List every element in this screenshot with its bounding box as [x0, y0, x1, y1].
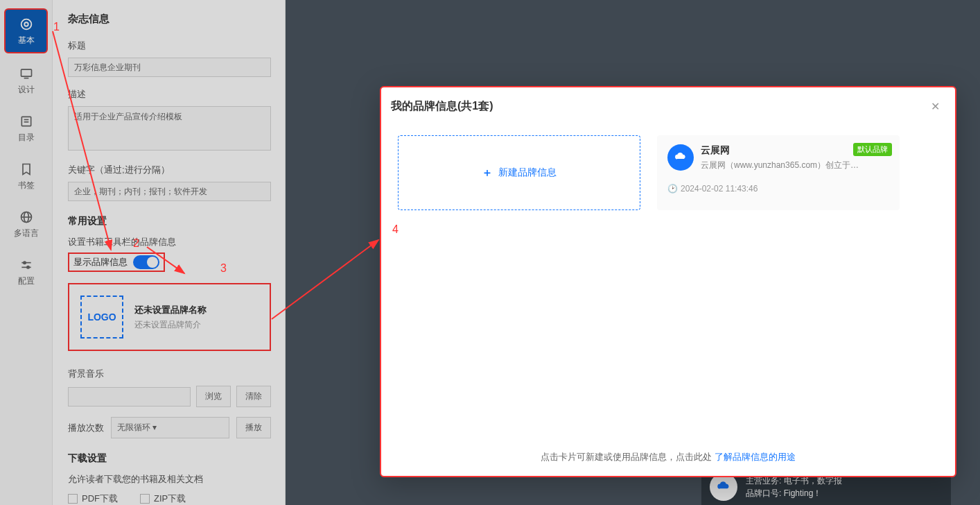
sidebar-item-multilang[interactable]: 多语言 [4, 203, 48, 245]
zip-download-checkbox[interactable] [140, 494, 150, 504]
sidebar-item-design[interactable]: 设计 [4, 59, 48, 101]
sidebar-label: 基本 [18, 35, 35, 46]
common-settings-title: 常用设置 [68, 215, 271, 228]
brand-info-modal: 我的品牌信息(共1套) ✕ ＋ 新建品牌信息 默认品牌 云展网 云展网（www.… [380, 86, 956, 477]
settings-panel: 杂志信息 标题 描述 适用于企业产品宣传介绍模板 关键字（通过;进行分隔） 常用… [53, 0, 286, 505]
monitor-icon [19, 66, 34, 81]
sidebar-label: 多语言 [14, 228, 39, 239]
brand-timestamp: 2024-02-02 11:43:46 [681, 184, 758, 194]
download-section-title: 下载设置 [68, 452, 271, 465]
brand-hint: 设置书籍工具栏的品牌信息 [68, 236, 271, 248]
title-input[interactable] [68, 58, 271, 77]
sidebar-item-bookmark[interactable]: 书签 [4, 155, 48, 197]
sidebar-item-config[interactable]: 配置 [4, 250, 48, 293]
globe-icon [19, 209, 34, 225]
list-icon [19, 114, 34, 129]
title-label: 标题 [68, 40, 271, 52]
play-count-select[interactable]: 无限循环 ▾ [111, 417, 229, 438]
add-brand-card[interactable]: ＋ 新建品牌信息 [398, 135, 640, 210]
show-brand-label: 显示品牌信息 [73, 256, 128, 268]
sidebar-item-toc[interactable]: 目录 [4, 107, 48, 149]
bgm-label: 背景音乐 [68, 368, 271, 380]
play-button[interactable]: 播放 [236, 417, 271, 438]
brand-item-name: 云展网 [701, 144, 860, 157]
cloud-logo-icon [667, 144, 694, 171]
sidebar-label: 设计 [18, 84, 35, 96]
bookmark-icon [19, 162, 34, 177]
add-brand-label: 新建品牌信息 [498, 166, 557, 179]
show-brand-row: 显示品牌信息 [68, 252, 165, 272]
desc-label: 描述 [68, 88, 271, 101]
svg-point-1 [24, 22, 28, 26]
pdf-download-label: PDF下载 [82, 493, 118, 505]
plus-icon: ＋ [482, 166, 493, 180]
sidebar-label: 目录 [18, 132, 35, 144]
modal-footer: 点击卡片可新建或使用品牌信息，点击此处 了解品牌信息的用途 [381, 441, 955, 476]
footer-link[interactable]: 了解品牌信息的用途 [715, 452, 796, 462]
bgm-input[interactable] [68, 387, 191, 406]
sidebar-item-basic[interactable]: 基本 [4, 8, 48, 53]
sidebar-label: 书签 [18, 180, 35, 191]
svg-rect-2 [21, 69, 31, 76]
play-count-label: 播放次数 [68, 422, 104, 434]
browse-button[interactable]: 浏览 [196, 386, 231, 407]
desc-input[interactable]: 适用于企业产品宣传介绍模板 [68, 106, 271, 151]
footer-text: 点击卡片可新建或使用品牌信息，点击此处 [541, 452, 715, 462]
svg-point-13 [26, 266, 28, 268]
clear-button[interactable]: 清除 [236, 386, 271, 407]
float-line2: 品牌口号: Fighting！ [746, 487, 842, 499]
cloud-logo-icon [710, 473, 737, 501]
section-magazine-info: 杂志信息 [68, 12, 271, 26]
logo-placeholder: LOGO [80, 296, 123, 339]
keywords-label: 关键字（通过;进行分隔） [68, 164, 271, 176]
zip-download-label: ZIP下载 [154, 493, 186, 505]
brand-item-card[interactable]: 默认品牌 云展网 云展网（www.yunzhan365.com）创立于201..… [657, 135, 900, 210]
default-badge: 默认品牌 [853, 143, 892, 156]
brand-card-button[interactable]: LOGO 还未设置品牌名称 还未设置品牌简介 [68, 283, 271, 351]
brand-not-set-title: 还未设置品牌名称 [134, 304, 207, 316]
show-brand-toggle[interactable] [133, 255, 159, 269]
svg-point-0 [21, 19, 31, 30]
download-hint: 允许读者下载您的书籍及相关文档 [68, 473, 271, 486]
sidebar-label: 配置 [18, 275, 35, 287]
brand-not-set-sub: 还未设置品牌简介 [134, 319, 207, 331]
sliders-icon [19, 257, 34, 273]
pdf-download-checkbox[interactable] [68, 494, 78, 504]
sidebar-nav: 基本 设计 目录 书签 多语言 配置 [0, 0, 53, 505]
svg-point-12 [23, 262, 25, 264]
clock-icon: 🕑 [667, 184, 678, 194]
close-icon[interactable]: ✕ [928, 97, 943, 116]
brand-item-desc: 云展网（www.yunzhan365.com）创立于201... [701, 160, 860, 171]
keywords-input[interactable] [68, 182, 271, 201]
gear-target-icon [19, 17, 34, 32]
modal-title: 我的品牌信息(共1套) [391, 99, 493, 114]
